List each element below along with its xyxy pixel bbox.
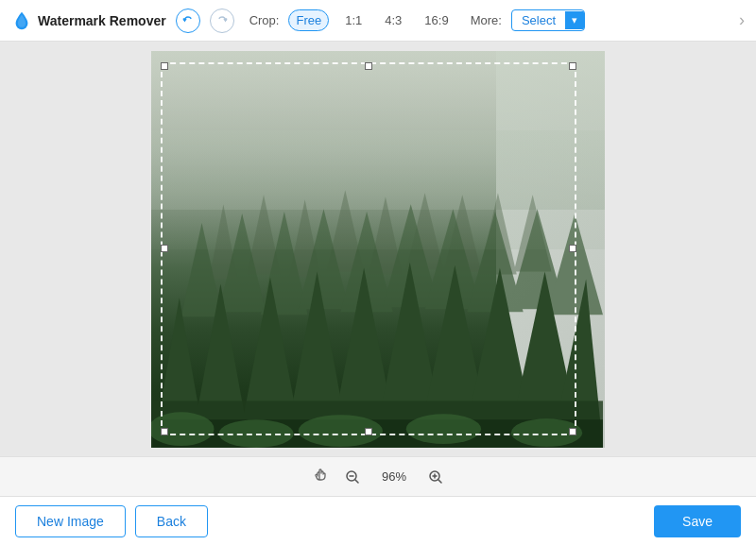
hand-tool-button[interactable] — [313, 467, 330, 487]
canvas-area — [0, 42, 756, 456]
bg-image — [151, 51, 605, 448]
svg-point-34 — [406, 414, 481, 444]
toolbar-scroll-right-icon[interactable]: › — [739, 10, 745, 30]
new-image-button[interactable]: New Image — [15, 505, 126, 537]
toolbar: Watermark Remover Crop: Free 1:1 4:3 16:… — [0, 0, 756, 42]
footer: New Image Back Save — [0, 496, 756, 545]
crop-4-3-button[interactable]: 4:3 — [378, 10, 408, 30]
crop-label: Crop: — [249, 13, 280, 27]
logo-icon — [11, 10, 32, 31]
svg-line-38 — [355, 480, 358, 483]
forest-trees-svg — [151, 111, 605, 448]
crop-16-9-button[interactable]: 16:9 — [418, 10, 455, 30]
crop-1-1-button[interactable]: 1:1 — [338, 10, 369, 30]
crop-free-button[interactable]: Free — [288, 9, 329, 31]
save-button[interactable]: Save — [654, 505, 741, 537]
svg-marker-18 — [547, 213, 604, 315]
svg-point-35 — [511, 418, 582, 447]
zoom-controls: 96% — [0, 456, 756, 496]
select-label: Select — [512, 10, 565, 30]
undo-button[interactable] — [176, 9, 200, 33]
image-container[interactable] — [151, 51, 605, 448]
svg-point-33 — [299, 415, 383, 447]
zoom-in-button[interactable] — [428, 469, 443, 485]
app-logo: Watermark Remover — [11, 10, 166, 31]
select-dropdown[interactable]: Select ▾ — [511, 9, 585, 31]
zoom-out-button[interactable] — [345, 469, 360, 485]
more-label: More: — [471, 13, 502, 27]
svg-point-31 — [151, 412, 214, 446]
back-button[interactable]: Back — [135, 505, 208, 537]
svg-point-32 — [218, 419, 293, 448]
zoom-level: 96% — [375, 469, 413, 484]
svg-line-42 — [438, 480, 441, 483]
redo-button[interactable] — [210, 9, 234, 33]
app-title: Watermark Remover — [38, 13, 166, 28]
dropdown-arrow-icon: ▾ — [565, 11, 584, 29]
